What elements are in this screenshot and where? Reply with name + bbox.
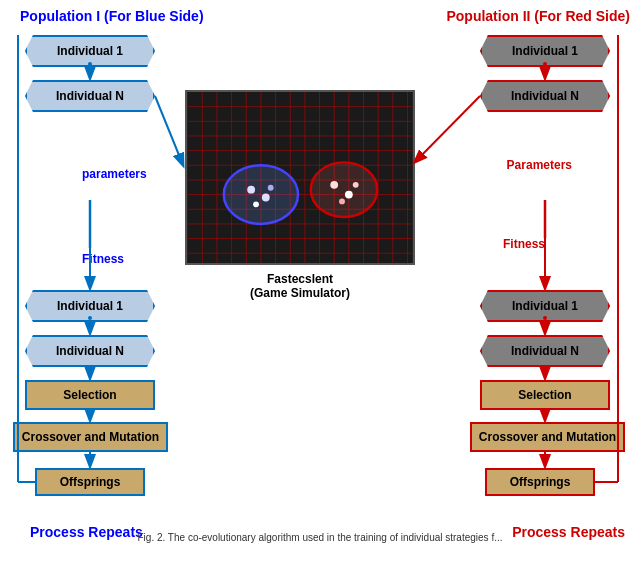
svg-point-67 — [88, 324, 92, 328]
svg-point-33 — [330, 181, 338, 189]
svg-point-31 — [268, 185, 274, 191]
red-crossover-box: Crossover and Mutation — [470, 422, 625, 452]
params-red-label: Parameters — [507, 158, 572, 172]
red-individualN-bottom: Individual N — [480, 335, 610, 367]
game-simulator-image — [185, 90, 415, 265]
blue-individualN-top: Individual N — [25, 80, 155, 112]
blue-offsprings-box: Offsprings — [35, 468, 145, 496]
svg-point-29 — [262, 194, 270, 202]
blue-selection-box: Selection — [25, 380, 155, 410]
red-offsprings-box: Offsprings — [485, 468, 595, 496]
fitness-red-label: Fitness — [503, 237, 545, 251]
red-selection-box: Selection — [480, 380, 610, 410]
svg-point-30 — [253, 201, 259, 207]
red-individual1-bottom: Individual 1 — [480, 290, 610, 322]
red-individual1-top: Individual 1 — [480, 35, 610, 67]
red-population-title: Population II (For Red Side) — [446, 8, 630, 24]
svg-point-34 — [345, 191, 353, 199]
svg-point-32 — [311, 162, 377, 217]
blue-population-title: Population I (For Blue Side) — [20, 8, 204, 24]
diagram-container: Population I (For Blue Side) Population … — [0, 0, 640, 545]
blue-individualN-bottom: Individual N — [25, 335, 155, 367]
figure-caption: Fig. 2. The co-evolutionary algorithm us… — [0, 530, 640, 545]
blue-individual1-bottom: Individual 1 — [25, 290, 155, 322]
svg-point-69 — [543, 324, 547, 328]
svg-point-35 — [339, 199, 345, 205]
blue-individual1-top: Individual 1 — [25, 35, 155, 67]
svg-point-27 — [224, 165, 298, 224]
red-individualN-top: Individual N — [480, 80, 610, 112]
params-blue-label: parameters — [82, 167, 147, 181]
game-simulator-label: Fastecslent (Game Simulator) — [200, 272, 400, 300]
svg-point-36 — [353, 182, 359, 188]
svg-line-52 — [415, 96, 480, 162]
svg-point-65 — [543, 70, 547, 74]
blue-crossover-box: Crossover and Mutation — [13, 422, 168, 452]
svg-line-42 — [155, 96, 183, 165]
svg-point-28 — [247, 186, 255, 194]
fitness-blue-label: Fitness — [82, 252, 124, 266]
svg-point-63 — [88, 70, 92, 74]
svg-rect-0 — [188, 92, 413, 263]
